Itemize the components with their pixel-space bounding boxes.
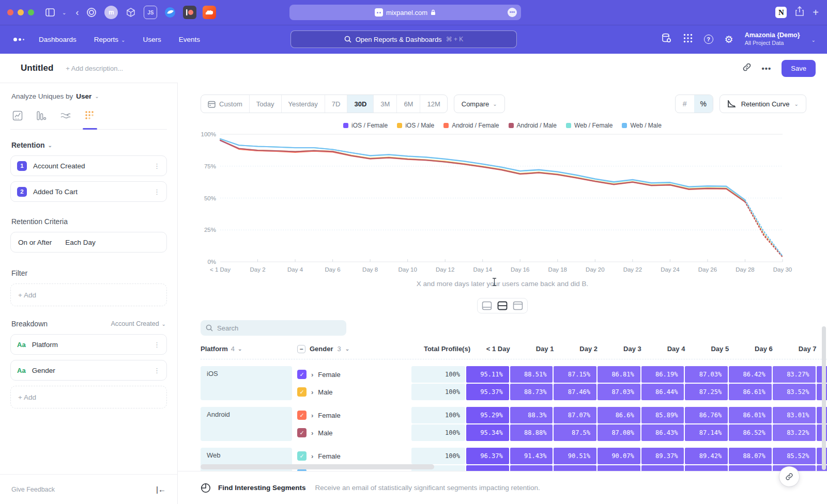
more-options-icon[interactable]: ••• [762, 64, 772, 73]
nav-users[interactable]: Users [143, 36, 161, 43]
split-layout-icon[interactable] [497, 301, 508, 310]
retention-value-cell[interactable]: 88.88% [510, 424, 553, 441]
nav-dashboards[interactable]: Dashboards [39, 36, 76, 43]
retention-value-cell[interactable]: 96.37% [466, 448, 509, 464]
indeterminate-checkbox[interactable]: − [297, 345, 305, 353]
tab-funnels[interactable] [36, 111, 47, 129]
expand-row-icon[interactable]: › [311, 412, 313, 419]
gender-cell[interactable]: ✓›Male [297, 387, 411, 397]
retention-value-cell[interactable]: 86.81% [598, 366, 640, 383]
table-only-layout-icon[interactable] [513, 301, 523, 310]
retention-value-cell[interactable]: 87.15% [554, 366, 596, 383]
apps-grid-icon[interactable] [683, 34, 693, 45]
absolute-numbers-toggle[interactable]: # [676, 95, 694, 113]
retention-value-cell[interactable]: 86.19% [641, 366, 684, 383]
retention-value-cell[interactable]: 90.51% [554, 448, 596, 464]
kebab-menu-icon[interactable]: ⋮ [154, 188, 160, 196]
sidebar-toggle-icon[interactable] [45, 8, 55, 17]
kebab-menu-icon[interactable]: ⋮ [154, 341, 160, 349]
gender-cell[interactable]: ✓›Female [297, 370, 411, 379]
expand-row-icon[interactable]: › [311, 371, 313, 379]
extension-soundcloud-icon[interactable] [203, 6, 216, 19]
gender-cell[interactable]: ✓›Female [297, 411, 411, 420]
retention-value-cell[interactable]: 87.07% [554, 407, 596, 423]
chart-only-layout-icon[interactable] [482, 301, 492, 310]
report-title[interactable]: Untitled [21, 63, 53, 73]
range-7d[interactable]: 7D [325, 95, 348, 113]
legend-item[interactable]: Web / Female [566, 122, 612, 129]
data-management-icon[interactable] [661, 33, 672, 46]
project-switcher[interactable]: Amazonia {Demo} All Project Data [745, 32, 800, 46]
series-checkbox[interactable]: ✓ [297, 428, 307, 437]
retention-value-cell[interactable]: 89.37% [641, 448, 684, 464]
help-icon[interactable]: ? [704, 35, 713, 44]
day-column-header[interactable]: Day 5 [689, 345, 733, 353]
horizontal-scrollbar[interactable] [201, 464, 434, 469]
range-custom[interactable]: Custom [201, 95, 250, 113]
retention-value-cell[interactable]: 90.07% [598, 448, 640, 464]
retention-value-cell[interactable]: 88.07% [729, 448, 772, 464]
series-checkbox[interactable]: ✓ [297, 387, 307, 397]
kebab-menu-icon[interactable]: ⋮ [154, 162, 160, 170]
analyze-entity-selector[interactable]: User [76, 92, 91, 100]
day-column-header[interactable]: Day 3 [602, 345, 646, 353]
range-30d[interactable]: 30D [347, 95, 374, 113]
retention-value-cell[interactable]: 95.37% [466, 384, 509, 400]
site-settings-icon[interactable]: ••• [508, 8, 517, 17]
add-breakdown-button[interactable]: + Add [10, 386, 167, 408]
retention-value-cell[interactable]: 86.76% [685, 407, 728, 423]
extension-browser-icon[interactable] [163, 6, 177, 19]
extension-cube-icon[interactable] [124, 6, 137, 19]
platform-cell[interactable]: Android [201, 407, 292, 441]
retention-value-cell[interactable]: 88.51% [510, 366, 553, 383]
back-button[interactable]: ‹ [75, 7, 79, 18]
mixpanel-logo[interactable] [13, 38, 24, 41]
table-search-input[interactable] [217, 324, 336, 332]
zoom-window-button[interactable] [28, 9, 34, 15]
retention-value-cell[interactable]: 83.22% [773, 424, 816, 441]
retention-value-cell[interactable]: 87.46% [554, 384, 596, 400]
retention-value-cell[interactable]: 83.01% [773, 407, 816, 423]
retention-value-cell[interactable]: 83.27% [773, 366, 816, 383]
range-6m[interactable]: 6M [397, 95, 420, 113]
expand-row-icon[interactable]: › [311, 452, 313, 460]
new-tab-icon[interactable]: + [813, 7, 819, 19]
range-12m[interactable]: 12M [420, 95, 447, 113]
extension-rings-icon[interactable] [85, 6, 98, 19]
segments-title[interactable]: Find Interesting Segments [218, 484, 306, 492]
range-yesterday[interactable]: Yesterday [282, 95, 325, 113]
retention-value-cell[interactable]: 95.29% [466, 407, 509, 423]
chart-type-selector[interactable]: Retention Curve⌄ [719, 94, 806, 113]
day-column-header[interactable]: Day 7 [777, 345, 821, 353]
compare-button[interactable]: Compare⌄ [454, 94, 505, 113]
retention-value-cell[interactable]: 87.03% [685, 366, 728, 383]
retention-value-cell[interactable]: 89.42% [685, 448, 728, 464]
series-checkbox[interactable]: ✓ [297, 451, 307, 461]
kebab-menu-icon[interactable]: ⋮ [154, 367, 160, 374]
retention-value-cell[interactable]: 91.43% [510, 448, 553, 464]
retention-value-cell[interactable]: 87.08% [598, 424, 640, 441]
day-column-header[interactable]: Day 1 [514, 345, 558, 353]
nav-events[interactable]: Events [179, 36, 200, 43]
add-filter-button[interactable]: + Add [10, 284, 167, 306]
tab-insights[interactable] [12, 111, 23, 129]
retention-value-cell[interactable]: 95.34% [466, 424, 509, 441]
day-column-header[interactable]: Day 4 [646, 345, 690, 353]
retention-section-header[interactable]: Retention⌄ [11, 141, 166, 149]
url-bar[interactable]: mixpanel.com ••• [289, 5, 521, 20]
settings-gear-icon[interactable]: ⚙ [725, 34, 733, 45]
percent-toggle[interactable]: % [694, 95, 713, 113]
retention-value-cell[interactable]: 86.42% [729, 366, 772, 383]
collapse-sidebar-icon[interactable]: |← [156, 485, 166, 494]
retention-chart[interactable]: 0%25%50%75%100%< 1 DayDay 2Day 4Day 6Day… [178, 130, 827, 279]
day-column-header[interactable]: Day 6 [733, 345, 777, 353]
share-icon[interactable] [795, 6, 804, 19]
extension-js-icon[interactable]: JS [144, 6, 157, 19]
breakdown-scope-selector[interactable]: Account Created⌄ [111, 320, 166, 327]
legend-item[interactable]: Web / Male [622, 122, 661, 129]
tab-retention[interactable] [85, 111, 95, 129]
retention-value-cell[interactable]: 86.01% [729, 407, 772, 423]
chevron-down-icon[interactable]: ⌄ [62, 10, 66, 15]
legend-item[interactable]: Android / Male [509, 122, 557, 129]
minimize-window-button[interactable] [18, 9, 24, 15]
